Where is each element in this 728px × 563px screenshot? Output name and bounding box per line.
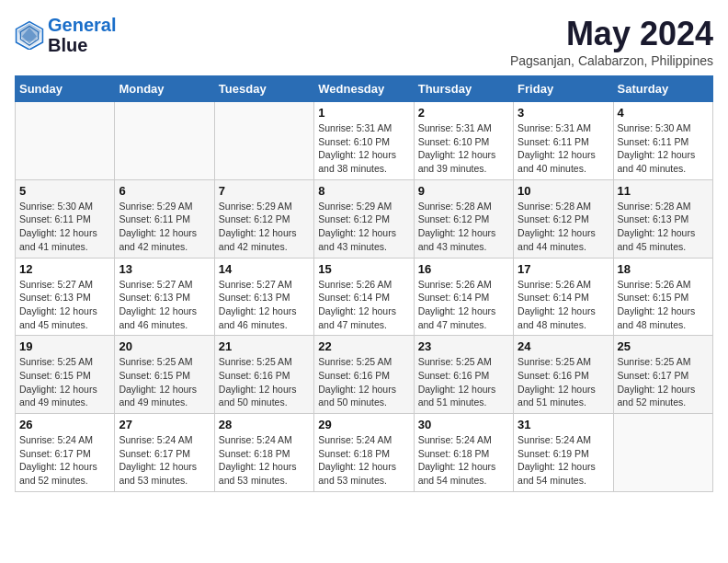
day-info: Sunrise: 5:27 AMSunset: 6:13 PMDaylight:… [119, 278, 210, 332]
daylight-text: Daylight: 12 hours and 52 minutes. [618, 383, 709, 409]
day-number: 18 [618, 262, 709, 276]
col-friday: Friday [514, 76, 613, 102]
logo-text: GeneralBlue [48, 15, 116, 55]
sunset-text: Sunset: 6:16 PM [318, 369, 409, 383]
daylight-text: Daylight: 12 hours and 53 minutes. [219, 460, 310, 487]
day-info: Sunrise: 5:28 AMSunset: 6:13 PMDaylight:… [618, 200, 709, 254]
daylight-text: Daylight: 12 hours and 48 minutes. [518, 304, 609, 331]
table-cell: 20Sunrise: 5:25 AMSunset: 6:15 PMDayligh… [115, 336, 214, 414]
table-cell: 14Sunrise: 5:27 AMSunset: 6:13 PMDayligh… [214, 258, 313, 336]
sunset-text: Sunset: 6:16 PM [518, 369, 609, 383]
daylight-text: Daylight: 12 hours and 47 minutes. [318, 304, 409, 331]
day-number: 5 [19, 184, 110, 198]
day-number: 30 [418, 418, 509, 431]
day-number: 23 [418, 339, 509, 353]
day-number: 13 [119, 262, 210, 276]
daylight-text: Daylight: 12 hours and 41 minutes. [19, 226, 110, 253]
day-info: Sunrise: 5:29 AMSunset: 6:12 PMDaylight:… [318, 200, 409, 254]
sunrise-text: Sunrise: 5:28 AM [418, 200, 509, 213]
day-number: 26 [19, 418, 110, 431]
day-info: Sunrise: 5:28 AMSunset: 6:12 PMDaylight:… [418, 200, 509, 254]
sunset-text: Sunset: 6:16 PM [219, 369, 310, 383]
col-sunday: Sunday [16, 76, 115, 102]
daylight-text: Daylight: 12 hours and 49 minutes. [19, 383, 110, 409]
table-cell: 30Sunrise: 5:24 AMSunset: 6:18 PMDayligh… [414, 414, 513, 492]
sunrise-text: Sunrise: 5:26 AM [618, 278, 709, 292]
daylight-text: Daylight: 12 hours and 51 minutes. [518, 383, 609, 409]
sunset-text: Sunset: 6:15 PM [19, 369, 110, 383]
day-number: 29 [318, 418, 409, 431]
page-header: GeneralBlue May 2024 Pagsanjan, Calabarz… [15, 15, 713, 68]
daylight-text: Daylight: 12 hours and 43 minutes. [418, 226, 509, 253]
table-cell: 3Sunrise: 5:31 AMSunset: 6:11 PMDaylight… [514, 102, 613, 180]
table-cell: 18Sunrise: 5:26 AMSunset: 6:15 PMDayligh… [613, 258, 712, 336]
sunrise-text: Sunrise: 5:26 AM [518, 278, 609, 292]
table-cell: 1Sunrise: 5:31 AMSunset: 6:10 PMDaylight… [314, 102, 414, 180]
sunset-text: Sunset: 6:14 PM [518, 291, 609, 304]
daylight-text: Daylight: 12 hours and 38 minutes. [318, 148, 409, 175]
table-cell [214, 102, 313, 180]
day-number: 2 [418, 106, 509, 120]
sunrise-text: Sunrise: 5:28 AM [618, 200, 709, 213]
sunrise-text: Sunrise: 5:31 AM [318, 121, 409, 135]
sunset-text: Sunset: 6:14 PM [418, 291, 509, 304]
day-number: 14 [219, 262, 310, 276]
day-info: Sunrise: 5:24 AMSunset: 6:18 PMDaylight:… [418, 433, 509, 488]
daylight-text: Daylight: 12 hours and 53 minutes. [318, 460, 409, 487]
day-info: Sunrise: 5:25 AMSunset: 6:16 PMDaylight:… [518, 355, 609, 409]
day-number: 19 [19, 339, 110, 353]
sunrise-text: Sunrise: 5:29 AM [219, 200, 310, 213]
daylight-text: Daylight: 12 hours and 47 minutes. [418, 304, 509, 331]
calendar-header-row: Sunday Monday Tuesday Wednesday Thursday… [16, 76, 713, 102]
sunset-text: Sunset: 6:11 PM [518, 135, 609, 149]
table-cell: 24Sunrise: 5:25 AMSunset: 6:16 PMDayligh… [514, 336, 613, 414]
day-number: 12 [19, 262, 110, 276]
daylight-text: Daylight: 12 hours and 48 minutes. [618, 304, 709, 331]
day-info: Sunrise: 5:26 AMSunset: 6:14 PMDaylight:… [418, 278, 509, 332]
sunset-text: Sunset: 6:12 PM [318, 213, 409, 226]
day-info: Sunrise: 5:24 AMSunset: 6:17 PMDaylight:… [119, 433, 210, 488]
day-number: 31 [518, 418, 609, 431]
daylight-text: Daylight: 12 hours and 39 minutes. [418, 148, 509, 175]
sunrise-text: Sunrise: 5:28 AM [518, 200, 609, 213]
sunset-text: Sunset: 6:18 PM [418, 447, 509, 461]
col-tuesday: Tuesday [214, 76, 313, 102]
day-info: Sunrise: 5:26 AMSunset: 6:14 PMDaylight:… [318, 278, 409, 332]
table-cell: 10Sunrise: 5:28 AMSunset: 6:12 PMDayligh… [514, 179, 613, 258]
sunrise-text: Sunrise: 5:25 AM [318, 355, 409, 369]
sunrise-text: Sunrise: 5:24 AM [119, 433, 210, 447]
sunset-text: Sunset: 6:10 PM [418, 135, 509, 149]
sunset-text: Sunset: 6:18 PM [219, 447, 310, 461]
sunset-text: Sunset: 6:13 PM [119, 291, 210, 304]
sunrise-text: Sunrise: 5:29 AM [119, 200, 210, 213]
table-cell: 15Sunrise: 5:26 AMSunset: 6:14 PMDayligh… [314, 258, 414, 336]
table-cell: 25Sunrise: 5:25 AMSunset: 6:17 PMDayligh… [613, 336, 712, 414]
calendar-week-4: 19Sunrise: 5:25 AMSunset: 6:15 PMDayligh… [16, 336, 713, 414]
sunrise-text: Sunrise: 5:24 AM [19, 433, 110, 447]
day-number: 15 [318, 262, 409, 276]
table-cell: 4Sunrise: 5:30 AMSunset: 6:11 PMDaylight… [613, 102, 712, 180]
table-cell: 9Sunrise: 5:28 AMSunset: 6:12 PMDaylight… [414, 179, 513, 258]
table-cell: 31Sunrise: 5:24 AMSunset: 6:19 PMDayligh… [514, 414, 613, 492]
daylight-text: Daylight: 12 hours and 44 minutes. [518, 226, 609, 253]
day-number: 11 [618, 184, 709, 198]
calendar-week-3: 12Sunrise: 5:27 AMSunset: 6:13 PMDayligh… [16, 258, 713, 336]
day-info: Sunrise: 5:29 AMSunset: 6:12 PMDaylight:… [219, 200, 310, 254]
day-number: 27 [119, 418, 210, 431]
day-number: 3 [518, 106, 609, 120]
day-number: 4 [618, 106, 709, 120]
day-info: Sunrise: 5:30 AMSunset: 6:11 PMDaylight:… [618, 121, 709, 176]
logo: GeneralBlue [15, 15, 116, 55]
day-number: 16 [418, 262, 509, 276]
daylight-text: Daylight: 12 hours and 49 minutes. [119, 383, 210, 409]
day-info: Sunrise: 5:31 AMSunset: 6:10 PMDaylight:… [418, 121, 509, 176]
table-cell [613, 414, 712, 492]
daylight-text: Daylight: 12 hours and 46 minutes. [219, 304, 310, 331]
day-number: 17 [518, 262, 609, 276]
sunrise-text: Sunrise: 5:31 AM [518, 121, 609, 135]
day-info: Sunrise: 5:27 AMSunset: 6:13 PMDaylight:… [219, 278, 310, 332]
location: Pagsanjan, Calabarzon, Philippines [510, 53, 713, 68]
day-number: 28 [219, 418, 310, 431]
day-info: Sunrise: 5:25 AMSunset: 6:15 PMDaylight:… [119, 355, 210, 409]
sunset-text: Sunset: 6:19 PM [518, 447, 609, 461]
